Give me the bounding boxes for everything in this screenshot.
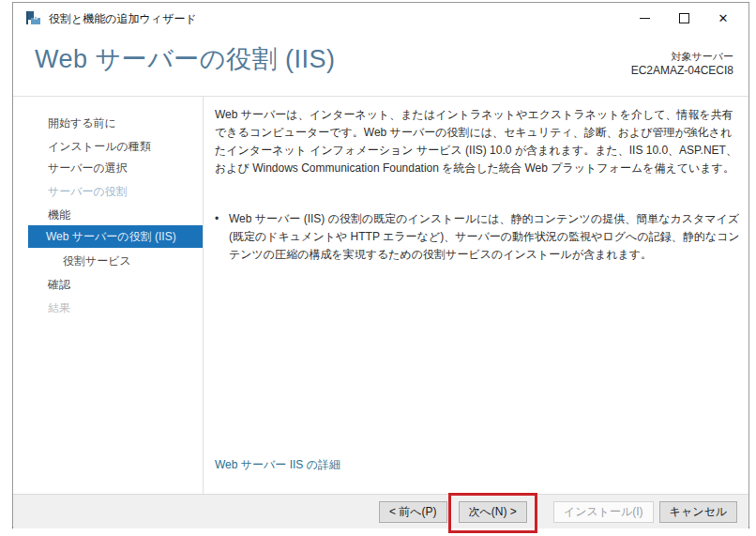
target-server-label: 対象サーバー xyxy=(631,50,733,64)
sidebar-item-role-services[interactable]: 役割サービス xyxy=(28,250,203,273)
window-controls: ✕ xyxy=(625,3,743,34)
maximize-button[interactable] xyxy=(664,3,703,34)
sidebar-divider xyxy=(203,97,204,494)
target-server-name: EC2AMAZ-04CECI8 xyxy=(631,64,733,78)
close-button[interactable]: ✕ xyxy=(703,3,743,34)
bullet-text: Web サーバー (IIS) の役割の既定のインストールには、静的コンテンツの提… xyxy=(229,210,742,264)
sidebar-item-before-you-begin[interactable]: 開始する前に xyxy=(28,112,203,135)
sidebar-item-features[interactable]: 機能 xyxy=(28,204,203,227)
cancel-button[interactable]: キャンセル xyxy=(659,501,737,523)
sidebar-item-server-selection[interactable]: サーバーの選択 xyxy=(28,157,203,180)
install-button: インストール(I) xyxy=(553,501,654,523)
next-button[interactable]: 次へ(N) > xyxy=(459,501,527,523)
sidebar-item-results: 結果 xyxy=(28,297,203,320)
wizard-window: 役割と機能の追加ウィザード ✕ Web サーバーの役割 (IIS) 対象サーバー… xyxy=(12,2,749,528)
page-title: Web サーバーの役割 (IIS) xyxy=(35,42,335,76)
wizard-footer: < 前へ(P) 次へ(N) > インストール(I) キャンセル xyxy=(13,494,748,528)
sidebar-item-confirmation[interactable]: 確認 xyxy=(28,273,203,297)
intro-paragraph: Web サーバーは、インターネット、またはイントラネットやエクストラネットを介し… xyxy=(215,106,742,177)
header-divider xyxy=(13,96,748,97)
minimize-button[interactable] xyxy=(625,3,664,34)
window-title: 役割と機能の追加ウィザード xyxy=(49,11,197,27)
bullet-icon: • xyxy=(215,210,229,264)
sidebar-item-server-roles[interactable]: サーバーの役割 xyxy=(28,180,203,204)
sidebar-item-web-server-role-iis[interactable]: Web サーバーの役割 (IIS) xyxy=(28,225,203,248)
default-install-bullet: • Web サーバー (IIS) の役割の既定のインストールには、静的コンテンツ… xyxy=(215,210,742,264)
target-server-block: 対象サーバー EC2AMAZ-04CECI8 xyxy=(631,50,733,78)
wizard-icon xyxy=(25,10,41,26)
previous-button[interactable]: < 前へ(P) xyxy=(379,501,447,523)
sidebar-item-installation-type[interactable]: インストールの種類 xyxy=(28,135,203,159)
title-bar: 役割と機能の追加ウィザード ✕ xyxy=(13,3,748,34)
web-server-iis-details-link[interactable]: Web サーバー IIS の詳細 xyxy=(215,457,340,473)
